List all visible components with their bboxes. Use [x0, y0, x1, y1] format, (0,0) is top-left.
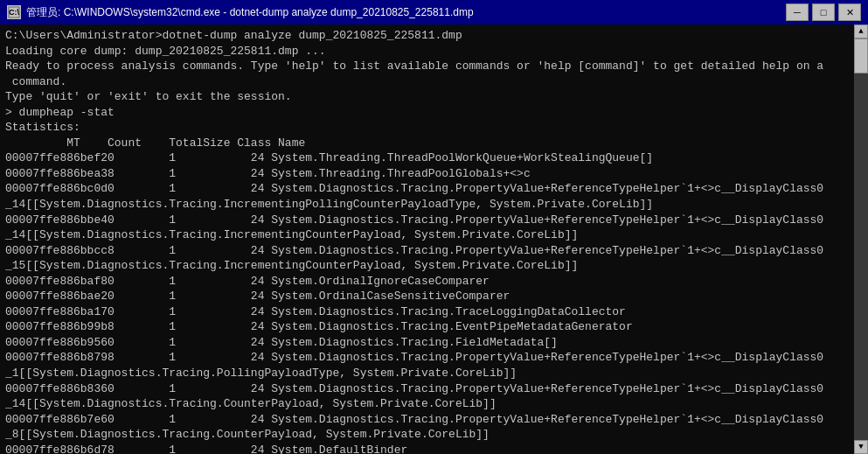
- console-line: Ready to process analysis commands. Type…: [5, 59, 863, 74]
- console-line: 00007ffe886bea38 1 24 System.Threading.T…: [5, 166, 863, 182]
- console-line: _1[[System.Diagnostics.Tracing.PollingPa…: [5, 366, 863, 381]
- maximize-button[interactable]: □: [812, 3, 835, 21]
- console-line: 00007ffe886b8360 1 24 System.Diagnostics…: [5, 381, 863, 397]
- console-line: 00007ffe886b7e60 1 24 System.Diagnostics…: [5, 412, 863, 428]
- console-line: 00007ffe886b9560 1 24 System.Diagnostics…: [5, 335, 863, 351]
- console-line: _14[[System.Diagnostics.Tracing.Incremen…: [5, 197, 863, 213]
- scroll-up-arrow[interactable]: ▲: [854, 24, 868, 38]
- window: C:\ 管理员: C:\WINDOWS\system32\cmd.exe - d…: [0, 0, 868, 454]
- svg-text:C:\: C:\: [9, 8, 19, 17]
- console-line: C:\Users\Administrator>dotnet-dump analy…: [5, 28, 863, 44]
- console-body: C:\Users\Administrator>dotnet-dump analy…: [0, 24, 868, 454]
- console-line: 00007ffe886b99b8 1 24 System.Diagnostics…: [5, 319, 863, 335]
- console-line: 00007ffe886bae20 1 24 System.OrdinalCase…: [5, 289, 863, 304]
- title-icon: C:\: [7, 5, 21, 19]
- scrollbar-thumb[interactable]: [854, 38, 868, 73]
- console-line: Type 'quit' or 'exit' to exit the sessio…: [5, 89, 863, 105]
- console-line: 00007ffe886ba170 1 24 System.Diagnostics…: [5, 304, 863, 320]
- scroll-down-arrow[interactable]: ▼: [854, 440, 868, 454]
- scrollbar[interactable]: ▲ ▼: [854, 24, 868, 454]
- console-line: 00007ffe886bef20 1 24 System.Threading.T…: [5, 150, 863, 166]
- minimize-button[interactable]: ─: [786, 3, 809, 21]
- console-line: command.: [5, 74, 863, 90]
- console-line: 00007ffe886bbe40 1 24 System.Diagnostics…: [5, 213, 863, 228]
- console-line: 00007ffe886bbcc8 1 24 System.Diagnostics…: [5, 243, 863, 259]
- window-title: 管理员: C:\WINDOWS\system32\cmd.exe - dotne…: [26, 5, 474, 20]
- console-line: _15[[System.Diagnostics.Tracing.Incremen…: [5, 258, 863, 274]
- console-line: 00007ffe886b8798 1 24 System.Diagnostics…: [5, 350, 863, 366]
- console-line: 00007ffe886bc0d0 1 24 System.Diagnostics…: [5, 181, 863, 197]
- console-line: > dumpheap -stat: [5, 105, 863, 121]
- console-line: _14[[System.Diagnostics.Tracing.CounterP…: [5, 396, 863, 412]
- console-line: _8[[System.Diagnostics.Tracing.CounterPa…: [5, 427, 863, 443]
- console-line: _14[[System.Diagnostics.Tracing.Incremen…: [5, 227, 863, 243]
- console-line: Loading core dump: dump_20210825_225811.…: [5, 44, 863, 59]
- console-line: 00007ffe886baf80 1 24 System.OrdinalIgno…: [5, 274, 863, 290]
- console-line: MT Count TotalSize Class Name: [5, 136, 863, 151]
- console-line: Statistics:: [5, 120, 863, 136]
- console-line: 00007ffe886b6d78 1 24 System.DefaultBind…: [5, 443, 863, 454]
- title-bar: C:\ 管理员: C:\WINDOWS\system32\cmd.exe - d…: [0, 0, 868, 24]
- close-button[interactable]: ✕: [838, 3, 861, 21]
